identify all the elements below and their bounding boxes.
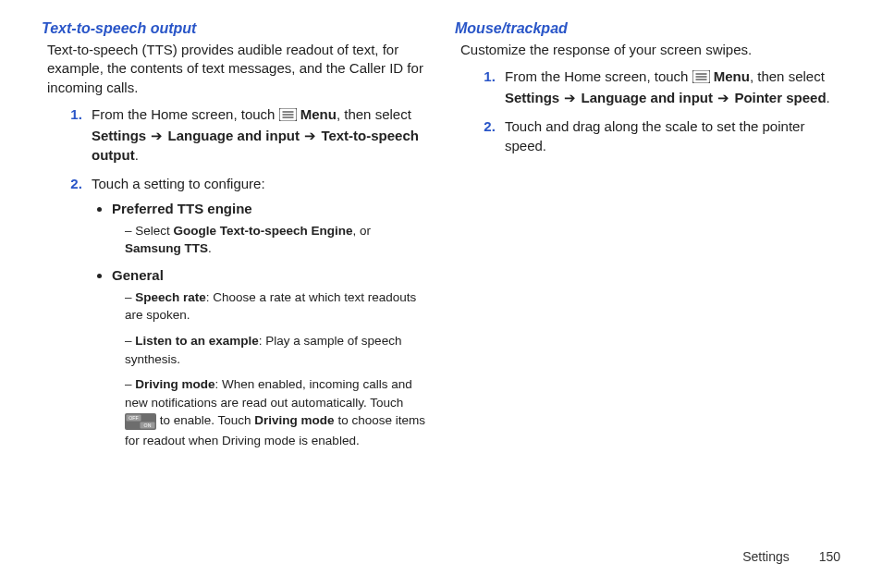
mouse-heading: Mouse/trackpad bbox=[455, 20, 840, 37]
mouse-steps: From the Home screen, touch Menu, then s… bbox=[475, 67, 840, 155]
right-column: Mouse/trackpad Customize the response of… bbox=[455, 20, 840, 588]
text: . bbox=[827, 90, 830, 105]
footer-section: Settings bbox=[742, 549, 790, 564]
on-label: ON bbox=[144, 423, 152, 429]
mouse-step-2: Touch and drag along the scale to set th… bbox=[499, 116, 840, 155]
text: From the Home screen, touch bbox=[92, 106, 279, 122]
left-column: Text-to-speech output Text-to-speech (TT… bbox=[42, 20, 427, 588]
tts-heading: Text-to-speech output bbox=[42, 20, 427, 37]
dash-list: Select Google Text-to-speech Engine, or … bbox=[125, 222, 427, 258]
settings-label: Settings bbox=[505, 90, 559, 105]
text: Touch a setting to configure: bbox=[92, 176, 265, 191]
tts-steps: From the Home screen, touch Menu, then s… bbox=[62, 104, 427, 450]
text: , or bbox=[353, 224, 372, 238]
dash-listen-example: Listen to an example: Play a sample of s… bbox=[125, 332, 427, 368]
dash-select-engine: Select Google Text-to-speech Engine, or … bbox=[125, 222, 427, 258]
bullet-general: General Speech rate: Choose a rate at wh… bbox=[112, 265, 427, 450]
pointer-speed-label: Pointer speed bbox=[734, 90, 826, 105]
menu-label: Menu bbox=[714, 68, 750, 84]
dash-speech-rate: Speech rate: Choose a rate at which text… bbox=[125, 288, 427, 325]
text: to enable. Touch bbox=[160, 413, 255, 427]
settings-label: Settings bbox=[92, 128, 146, 143]
driving-mode-label: Driving mode bbox=[254, 413, 334, 427]
k: Listen to an example bbox=[135, 334, 259, 348]
bullet-label: Preferred TTS engine bbox=[112, 201, 252, 216]
text: Select bbox=[135, 224, 173, 238]
footer-page-number: 150 bbox=[819, 549, 840, 564]
text: Touch and drag along the scale to set th… bbox=[505, 118, 804, 153]
language-label: Language and input bbox=[168, 128, 300, 143]
menu-icon bbox=[279, 106, 297, 126]
mouse-step-1: From the Home screen, touch Menu, then s… bbox=[499, 67, 840, 107]
off-on-toggle-icon: OFF ON bbox=[125, 413, 156, 432]
tts-step-2: Touch a setting to configure: Preferred … bbox=[86, 174, 427, 450]
arrow-icon: ➔ bbox=[717, 88, 730, 107]
dash-driving-mode: Driving mode: When enabled, incoming cal… bbox=[125, 375, 427, 449]
bullet-preferred-engine: Preferred TTS engine Select Google Text-… bbox=[112, 199, 427, 258]
arrow-icon: ➔ bbox=[303, 126, 317, 145]
menu-label: Menu bbox=[300, 106, 337, 122]
google-engine: Google Text-to-speech Engine bbox=[174, 224, 353, 238]
arrow-icon: ➔ bbox=[150, 126, 164, 145]
text: From the Home screen, touch bbox=[505, 68, 692, 84]
mouse-intro: Customize the response of your screen sw… bbox=[460, 41, 840, 59]
k: Speech rate bbox=[135, 290, 206, 304]
tts-intro: Text-to-speech (TTS) provides audible re… bbox=[47, 41, 427, 97]
samsung-tts: Samsung TTS bbox=[125, 241, 208, 255]
text: . bbox=[208, 241, 212, 255]
text: . bbox=[135, 147, 139, 163]
tts-step-1: From the Home screen, touch Menu, then s… bbox=[86, 104, 427, 165]
off-label: OFF bbox=[129, 416, 138, 422]
bullet-label: General bbox=[112, 267, 164, 283]
tts-bullets: Preferred TTS engine Select Google Text-… bbox=[95, 199, 427, 450]
dash-list: Speech rate: Choose a rate at which text… bbox=[125, 288, 427, 450]
text: , then select bbox=[750, 68, 825, 84]
menu-icon bbox=[692, 68, 710, 88]
arrow-icon: ➔ bbox=[563, 88, 577, 107]
language-label: Language and input bbox=[582, 90, 714, 105]
page-footer: Settings 150 bbox=[742, 549, 840, 564]
k: Driving mode bbox=[135, 377, 214, 391]
text: , then select bbox=[337, 106, 411, 122]
